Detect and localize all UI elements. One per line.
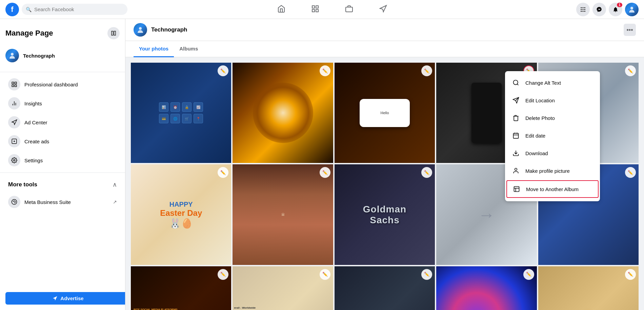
move-to-album-option[interactable]: Move to Another Album	[506, 180, 599, 198]
photo-item[interactable]: ✏️	[436, 266, 537, 310]
download-option[interactable]: Download	[505, 144, 600, 162]
more-options-button[interactable]: •••	[624, 24, 636, 36]
notification-badge: 1	[617, 3, 622, 7]
easter-text: HAPPY Easter Day 🐰🥚	[160, 201, 202, 229]
svg-rect-0	[312, 6, 315, 8]
photo-item[interactable]: GoldmanSachs ✏️	[335, 164, 435, 265]
sidebar-toggle-button[interactable]	[107, 27, 120, 39]
chevron-up-icon: ∧	[113, 181, 117, 188]
svg-rect-18	[12, 82, 14, 84]
download-label: Download	[525, 150, 548, 156]
svg-point-14	[630, 7, 633, 9]
location-arrow-icon	[510, 95, 521, 106]
photo-edit-button-12[interactable]: ✏️	[320, 269, 330, 280]
sidebar-item-meta-business[interactable]: Meta Business Suite ↗	[3, 192, 122, 211]
edit-location-label: Edit Location	[525, 98, 555, 103]
photo-item[interactable]: HAPPY Easter Day 🐰🥚 ✏️	[131, 164, 231, 265]
svg-point-13	[584, 11, 585, 12]
svg-point-7	[584, 7, 585, 8]
profile-avatar	[5, 49, 19, 62]
svg-point-12	[583, 11, 584, 12]
photo-edit-button-3[interactable]: ✏️	[421, 65, 432, 76]
edit-date-option[interactable]: Edit date	[505, 127, 600, 144]
home-nav-button[interactable]	[264, 0, 298, 19]
pages-nav-button[interactable]	[298, 0, 332, 19]
svg-point-6	[583, 7, 584, 8]
move-to-album-label: Move to Another Album	[526, 186, 579, 192]
more-tools-header[interactable]: More tools ∧	[3, 178, 122, 191]
photo-content-lights	[436, 266, 537, 310]
svg-rect-20	[12, 85, 14, 87]
photo-item[interactable]: 📊 ⏰ 🔒 📈 💳 🌐 🛒 📍 ✏️	[131, 63, 231, 163]
svg-point-17	[11, 53, 14, 56]
advertise-button[interactable]: Advertise	[5, 292, 125, 305]
sidebar-item-professional-dashboard[interactable]: Professional dashboard	[3, 75, 122, 94]
search-box[interactable]: 🔍	[22, 4, 127, 15]
photo-edit-button-11[interactable]: ✏️	[218, 269, 228, 280]
profile-circle-icon	[510, 165, 521, 176]
messenger-button[interactable]	[592, 3, 606, 16]
hex-7: 🛒	[182, 114, 192, 123]
three-dot-icon: •••	[627, 26, 633, 34]
edit-location-option[interactable]: Edit Location	[505, 91, 600, 109]
photo-item[interactable]: ✏️	[233, 63, 333, 163]
user-avatar-button[interactable]	[625, 3, 639, 16]
svg-point-28	[514, 80, 518, 85]
svg-point-11	[581, 11, 582, 12]
create-ads-label: Create ads	[24, 139, 49, 144]
photo-content-light	[233, 63, 333, 163]
svg-rect-38	[514, 187, 519, 192]
tab-albums[interactable]: Albums	[174, 41, 203, 57]
page-header: Technograph •••	[125, 19, 644, 41]
tab-your-photos[interactable]: Your photos	[134, 41, 174, 57]
sidebar-profile[interactable]: Technograph	[0, 45, 125, 66]
photo-edit-button-15[interactable]: ✏️	[625, 269, 636, 280]
photo-item[interactable]: 🏛 ✏️	[233, 164, 333, 265]
photo-edit-button-13[interactable]: ✏️	[421, 269, 432, 280]
page-header-left: Technograph	[134, 23, 187, 37]
hex-8: 📍	[194, 114, 203, 123]
photo-item[interactable]: erall - Worldwide ✏️	[233, 266, 333, 310]
search-input[interactable]	[34, 6, 102, 12]
photo-item[interactable]: ₿ ✏️	[538, 266, 639, 310]
facebook-logo[interactable]: f	[5, 3, 19, 16]
svg-rect-21	[15, 85, 17, 87]
sidebar-divider-1	[0, 72, 125, 72]
photo-item[interactable]: Hello ✏️	[335, 63, 435, 163]
hex-pattern: 📊 ⏰ 🔒 📈 💳 🌐 🛒 📍	[154, 97, 208, 129]
photo-edit-button-2[interactable]: ✏️	[320, 65, 330, 76]
sidebar-item-insights[interactable]: Insights	[3, 94, 122, 113]
photo-edit-button-5[interactable]: ✏️	[625, 65, 636, 76]
svg-point-26	[12, 200, 17, 205]
photo-content-street: 🏛	[233, 164, 333, 265]
ads-nav-button[interactable]	[366, 0, 400, 19]
make-profile-picture-label: Make profile picture	[525, 168, 570, 174]
sidebar-title: Manage Page	[5, 29, 53, 38]
page-avatar	[134, 23, 147, 37]
photo-content-dollar: 💵	[335, 266, 435, 310]
svg-point-10	[584, 9, 585, 10]
photo-edit-button-14[interactable]: ✏️	[523, 269, 534, 280]
happy-label: HAPPY	[160, 201, 202, 208]
search-circle-icon	[510, 77, 521, 88]
photo-item[interactable]: RITE SOCIAL MEDIA PLATFORMS ✏️	[131, 266, 231, 310]
notifications-button[interactable]: 1	[609, 3, 622, 16]
marketplace-nav-button[interactable]	[332, 0, 366, 19]
delete-photo-option[interactable]: Delete Photo	[505, 109, 600, 127]
apps-button[interactable]	[576, 3, 590, 16]
svg-marker-31	[513, 98, 519, 103]
make-profile-picture-option[interactable]: Make profile picture	[505, 162, 600, 180]
svg-rect-19	[15, 82, 17, 84]
nav-center	[127, 0, 537, 19]
download-icon	[510, 148, 521, 159]
hex-4: 📈	[194, 102, 203, 112]
sidebar-item-settings[interactable]: Settings	[3, 151, 122, 170]
photo-item[interactable]: 💵 ✏️	[335, 266, 435, 310]
sidebar-item-create-ads[interactable]: Create ads	[3, 132, 122, 151]
photo-edit-button-7[interactable]: ✏️	[320, 167, 330, 178]
ad-center-icon	[8, 116, 20, 128]
sidebar-item-ad-center[interactable]: Ad Center	[3, 113, 122, 132]
easter-day-label: Easter Day	[160, 208, 202, 218]
external-link-icon: ↗	[113, 199, 117, 205]
change-alt-text-option[interactable]: Change Alt Text	[505, 74, 600, 91]
